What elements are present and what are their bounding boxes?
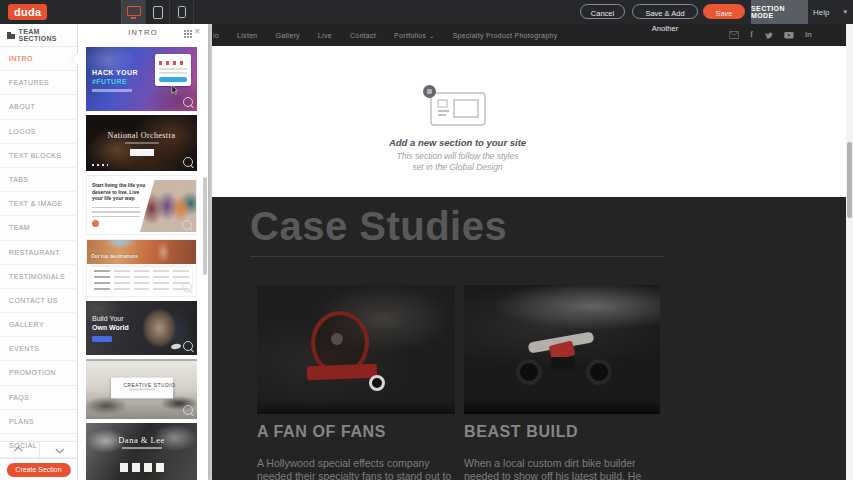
sidebar-item-team[interactable]: TEAM	[0, 216, 77, 240]
nav-link-label: Portfolios	[394, 32, 426, 39]
thumbnail-card: CREATIVE STUDIO	[111, 377, 173, 398]
folder-icon	[7, 34, 15, 39]
form-line	[159, 72, 187, 74]
email-icon[interactable]	[729, 31, 739, 39]
bike-wheel-shape	[516, 359, 542, 385]
magnifier-icon[interactable]	[182, 220, 192, 230]
case-studies-container: Case Studies A FAN OF FANS A Hollywood s…	[250, 197, 665, 480]
sidebar-item-restaurant[interactable]: RESTAURANT	[0, 241, 77, 265]
nav-link-contact[interactable]: Contact	[350, 32, 376, 39]
close-icon[interactable]: ×	[194, 26, 200, 37]
placeholder-subtitle-line1: This section will follow the styles	[397, 151, 519, 161]
magnifier-icon[interactable]	[183, 341, 193, 351]
add-section-placeholder[interactable]: Add a new section to your site This sect…	[212, 46, 846, 197]
sidebar-item-about[interactable]: ABOUT	[0, 95, 77, 119]
sidebar-item-events[interactable]: EVENTS	[0, 337, 77, 361]
thumbnail-title: National Orchestra	[86, 131, 197, 140]
sidebar-item-contact-us[interactable]: CONTACT US	[0, 289, 77, 313]
site-preview: io Listen Gallery Live Contact Portfolio…	[212, 24, 846, 480]
sidebar-header: TEAM SECTIONS	[0, 24, 77, 47]
bike-engine-shape	[550, 357, 574, 371]
sidebar-header-label: TEAM SECTIONS	[19, 28, 77, 42]
fan-machine-image	[257, 285, 455, 414]
device-switcher	[121, 0, 194, 24]
sidebar-item-text-image[interactable]: TEXT & IMAGE	[0, 192, 77, 216]
panel-scrollbar-thumb[interactable]	[203, 177, 207, 275]
monitor-icon	[127, 6, 141, 16]
section-thumbnail-creative-studio[interactable]: CREATIVE STUDIO	[86, 359, 197, 419]
tablet-view-button[interactable]	[145, 0, 169, 24]
section-thumbnail-hack-your-future[interactable]: HACK YOUR #FUTURE	[86, 47, 197, 111]
save-button[interactable]: Save	[703, 4, 745, 19]
add-badge-icon	[423, 85, 436, 98]
magnifier-icon[interactable]	[183, 97, 193, 107]
nav-link-gallery[interactable]: Gallery	[276, 32, 300, 39]
linkedin-icon[interactable]: in	[805, 31, 812, 39]
page-scrollbar-thumb[interactable]	[847, 142, 852, 218]
case-study-fan: A FAN OF FANS A Hollywood special effect…	[257, 285, 455, 480]
scroll-up-button[interactable]	[0, 442, 40, 458]
thumbnail-caption: Our top destinations	[91, 254, 138, 259]
sidebar-item-logos[interactable]: LOGOS	[0, 120, 77, 144]
placeholder-content: Add a new section to your site This sect…	[250, 46, 665, 174]
nav-link-portfolios[interactable]: Portfolios⌄	[394, 32, 435, 39]
magnifier-icon[interactable]	[183, 157, 193, 167]
section-thumbnail-start-living[interactable]: Start living the life you deserve to liv…	[86, 175, 197, 235]
thumbnail-heading: HACK YOUR	[92, 69, 138, 76]
thumbnail-subtitle-bar	[125, 142, 159, 144]
scroll-down-button[interactable]	[40, 442, 79, 458]
desktop-view-button[interactable]	[121, 0, 145, 24]
magnifier-icon[interactable]	[182, 282, 192, 292]
fan-hub-shape	[331, 333, 343, 345]
sidebar-item-faqs[interactable]: FAQS	[0, 386, 77, 410]
sidebar-item-plans[interactable]: PLANS	[0, 410, 77, 434]
help-menu[interactable]: Help ▾	[813, 0, 847, 24]
youtube-icon[interactable]	[784, 32, 794, 39]
sidebar-item-intro[interactable]: INTRO	[0, 47, 77, 71]
case-study-text: When a local custom dirt bike builder ne…	[464, 457, 660, 480]
twitter-icon[interactable]	[764, 31, 773, 40]
social-icons: f in	[729, 24, 812, 46]
create-section-button[interactable]: Create Section	[6, 463, 70, 477]
nav-link-clipped[interactable]: io	[213, 32, 219, 39]
case-studies-columns: A FAN OF FANS A Hollywood special effect…	[250, 257, 665, 480]
placeholder-image-icon	[430, 92, 486, 130]
intro-sections-panel: INTRO × HACK YOUR #FUTURE National Orche…	[78, 24, 208, 480]
sidebar-item-features[interactable]: FEATURES	[0, 71, 77, 95]
section-thumbnail-national-orchestra[interactable]: National Orchestra	[86, 115, 197, 171]
thumbnail-subtitle-bar	[129, 388, 155, 390]
grid-view-icon[interactable]	[184, 30, 186, 32]
thumbnail-text-bar	[92, 89, 132, 92]
chevron-down-icon	[55, 445, 63, 453]
magnifier-icon[interactable]	[183, 405, 193, 415]
section-thumbnail-destinations[interactable]: Our top destinations	[86, 239, 197, 297]
case-study-title: BEAST BUILD	[464, 423, 660, 441]
thumbnail-photo: Our top destinations	[87, 240, 196, 264]
sidebar-item-testimonials[interactable]: TESTIMONIALS	[0, 265, 77, 289]
case-study-bike: BEAST BUILD When a local custom dirt bik…	[464, 285, 660, 480]
dirt-bike-image	[464, 285, 660, 414]
sidebar-item-promotion[interactable]: PROMOTION	[0, 361, 77, 385]
countdown-numbers	[159, 61, 187, 65]
panel-title: INTRO	[78, 28, 208, 37]
thumbnail-heading: Own World	[92, 324, 129, 331]
nav-link-live[interactable]: Live	[318, 32, 332, 39]
save-add-another-button[interactable]: Save & Add Another	[632, 4, 698, 19]
duda-editor: duda Cancel Save & Add Another Save SECT…	[0, 0, 853, 480]
mobile-view-button[interactable]	[169, 0, 194, 24]
thumbnail-title: CREATIVE STUDIO	[123, 383, 160, 388]
site-header: io Listen Gallery Live Contact Portfolio…	[212, 24, 846, 46]
sidebar-item-text-blocks[interactable]: TEXT BLOCKS	[0, 144, 77, 168]
sidebar-item-tabs[interactable]: TABS	[0, 168, 77, 192]
sidebar-item-gallery[interactable]: GALLERY	[0, 313, 77, 337]
nav-link-specialty[interactable]: Specialty Product Photography	[453, 32, 558, 39]
cancel-button[interactable]: Cancel	[580, 4, 625, 19]
section-thumbnail-dana-and-lee[interactable]: Dana & Lee	[86, 423, 197, 480]
page-scrollbar[interactable]	[846, 24, 853, 480]
case-studies-section[interactable]: Case Studies A FAN OF FANS A Hollywood s…	[212, 197, 846, 480]
tablet-icon	[153, 6, 163, 19]
fan-wheel-shape	[369, 375, 385, 391]
nav-link-listen[interactable]: Listen	[237, 32, 257, 39]
section-thumbnail-build-your-own-world[interactable]: Build Your Own World	[86, 301, 197, 355]
facebook-icon[interactable]: f	[750, 31, 753, 39]
